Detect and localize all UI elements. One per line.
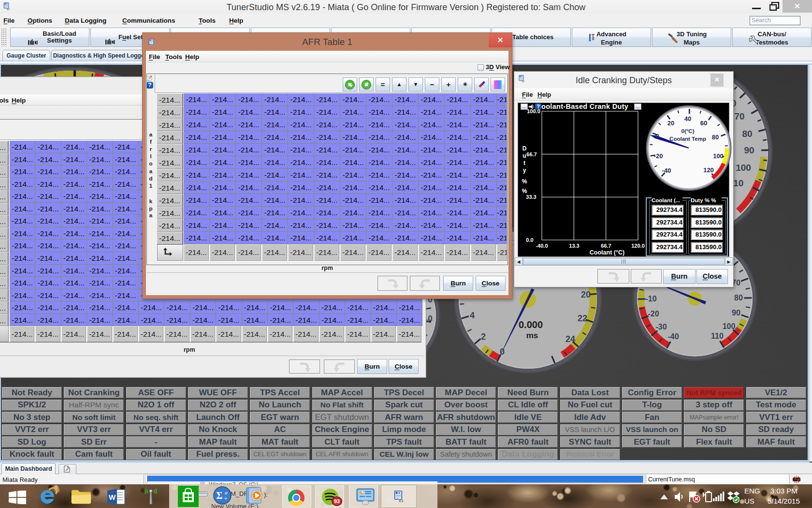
svg-text:÷: ÷ xyxy=(224,495,228,502)
svg-text:α: α xyxy=(225,490,228,495)
svg-text:Σ: Σ xyxy=(216,490,222,501)
svg-text:W: W xyxy=(109,493,116,501)
